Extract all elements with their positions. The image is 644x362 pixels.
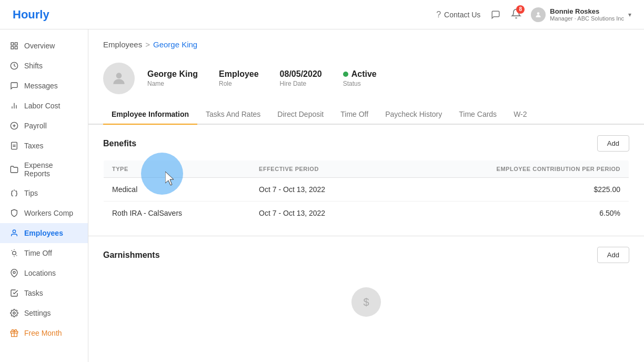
employee-avatar	[103, 63, 135, 94]
benefits-add-button[interactable]: Add	[597, 135, 629, 152]
garnishments-section-header: Garnishments Add	[103, 247, 629, 263]
overview-label: Overview	[24, 42, 55, 50]
expense-reports-icon	[9, 165, 19, 174]
tab-tasks-and-rates[interactable]: Tasks And Rates	[197, 105, 269, 125]
workers-comp-label: Workers Comp	[24, 209, 73, 217]
col-contribution: EMPLOYEE CONTRIBUTION PER PERIOD	[391, 160, 629, 178]
sidebar-item-workers-comp[interactable]: Workers Comp	[0, 203, 88, 223]
tab-w2[interactable]: W-2	[505, 105, 535, 125]
time-off-icon	[9, 248, 19, 258]
svg-point-23	[13, 312, 15, 314]
notification-badge: 8	[516, 5, 525, 14]
benefit-effective-period: Oct 7 - Oct 13, 2022	[250, 202, 391, 225]
sidebar-item-taxes[interactable]: Taxes	[0, 136, 88, 156]
employee-status-field: Active Status	[343, 69, 377, 87]
sidebar-item-messages[interactable]: Messages	[0, 76, 88, 96]
breadcrumb-employees[interactable]: Employees	[103, 40, 142, 49]
payroll-icon	[9, 121, 19, 130]
tips-icon	[9, 188, 19, 198]
benefit-type: Medical	[104, 178, 251, 202]
sidebar-item-overview[interactable]: Overview	[0, 36, 88, 56]
sidebar-item-locations[interactable]: Locations	[0, 263, 88, 283]
messages-nav-icon	[9, 81, 19, 91]
garnishments-empty-icon: $	[351, 287, 381, 317]
free-month-icon	[9, 328, 19, 338]
sidebar-item-free-month[interactable]: Free Month	[0, 323, 88, 343]
time-off-label: Time Off	[24, 249, 52, 257]
employee-fields: George King Name Employee Role 08/05/202…	[147, 69, 377, 87]
settings-icon	[9, 308, 19, 318]
sidebar-item-time-off[interactable]: Time Off	[0, 243, 88, 263]
tab-employee-information[interactable]: Employee Information	[103, 105, 197, 125]
benefit-contribution: 6.50%	[391, 202, 629, 225]
svg-line-21	[16, 255, 17, 256]
breadcrumb: Employees > George King	[88, 29, 644, 54]
garnishments-section: Garnishments Add $	[88, 236, 644, 343]
garnishments-add-button[interactable]: Add	[597, 247, 629, 263]
svg-rect-2	[15, 43, 17, 45]
labor-cost-icon	[9, 101, 19, 110]
free-month-label: Free Month	[24, 329, 62, 337]
benefits-section: Benefits Add TYPE EFFECTIVE PERIOD EMPLO…	[88, 125, 644, 236]
tab-direct-deposit[interactable]: Direct Deposit	[269, 105, 332, 125]
tab-time-cards[interactable]: Time Cards	[450, 105, 505, 125]
app-logo: Hourly	[13, 8, 49, 22]
svg-rect-1	[11, 43, 14, 45]
sidebar-item-employees[interactable]: Employees	[0, 223, 88, 243]
garnishments-empty: $	[103, 272, 629, 333]
svg-point-0	[537, 12, 540, 15]
svg-point-16	[13, 230, 15, 233]
user-role: Manager · ABC Solutions Inc	[550, 15, 624, 22]
sidebar-item-shifts[interactable]: Shifts	[0, 56, 88, 76]
employee-hire-date-value: 08/05/2020	[280, 69, 322, 79]
table-header-row: TYPE EFFECTIVE PERIOD EMPLOYEE CONTRIBUT…	[104, 160, 629, 178]
shifts-label: Shifts	[24, 62, 43, 70]
chevron-down-icon: ▾	[628, 11, 631, 18]
breadcrumb-current: George King	[153, 40, 197, 49]
employee-name-field: George King Name	[147, 69, 198, 87]
sidebar-item-expense-reports[interactable]: Expense Reports	[0, 156, 88, 183]
tasks-label: Tasks	[24, 289, 43, 297]
messages-icon[interactable]	[490, 9, 501, 21]
benefits-title: Benefits	[103, 139, 136, 148]
employee-header: George King Name Employee Role 08/05/202…	[88, 54, 644, 105]
tips-label: Tips	[24, 189, 38, 197]
employee-role-value: Employee	[219, 69, 259, 79]
sidebar: Overview Shifts Messages Labor Cost Payr…	[0, 29, 88, 362]
shifts-icon	[9, 61, 19, 71]
labor-cost-label: Labor Cost	[24, 102, 60, 110]
tab-paycheck-history[interactable]: Paycheck History	[377, 105, 450, 125]
tasks-icon	[9, 288, 19, 298]
employee-hire-date-label: Hire Date	[280, 80, 322, 87]
expense-reports-label: Expense Reports	[24, 161, 78, 178]
payroll-label: Payroll	[24, 122, 47, 130]
sidebar-item-labor-cost[interactable]: Labor Cost	[0, 96, 88, 116]
sidebar-item-tips[interactable]: Tips	[0, 183, 88, 203]
sidebar-item-payroll[interactable]: Payroll	[0, 116, 88, 136]
col-effective-period: EFFECTIVE PERIOD	[250, 160, 391, 178]
topnav: Hourly ? Contact Us 8 Bonnie Roskes Mana…	[0, 0, 644, 29]
employee-status-value: Active	[343, 69, 377, 79]
overview-icon	[9, 41, 19, 51]
tab-time-off[interactable]: Time Off	[332, 105, 377, 125]
user-info: Bonnie Roskes Manager · ABC Solutions In…	[550, 7, 624, 22]
sidebar-item-settings[interactable]: Settings	[0, 303, 88, 323]
messages-label: Messages	[24, 82, 58, 90]
garnishments-title: Garnishments	[103, 250, 160, 260]
notifications-button[interactable]: 8	[511, 8, 521, 21]
employee-name-value: George King	[147, 69, 198, 79]
user-avatar-icon	[531, 7, 546, 22]
employee-status-label: Status	[343, 80, 377, 87]
employee-role-field: Employee Role	[219, 69, 259, 87]
svg-point-26	[116, 73, 122, 78]
locations-icon	[9, 268, 19, 278]
topnav-actions: ? Contact Us 8 Bonnie Roskes Manager · A…	[436, 7, 631, 22]
user-menu[interactable]: Bonnie Roskes Manager · ABC Solutions In…	[531, 7, 631, 22]
tabs-bar: Employee Information Tasks And Rates Dir…	[88, 105, 644, 125]
benefits-table: TYPE EFFECTIVE PERIOD EMPLOYEE CONTRIBUT…	[103, 160, 629, 225]
settings-label: Settings	[24, 309, 51, 317]
contact-us-button[interactable]: ? Contact Us	[436, 10, 480, 19]
table-row: Roth IRA - CalSavers Oct 7 - Oct 13, 202…	[104, 202, 629, 225]
sidebar-item-tasks[interactable]: Tasks	[0, 283, 88, 303]
svg-rect-3	[15, 46, 17, 49]
